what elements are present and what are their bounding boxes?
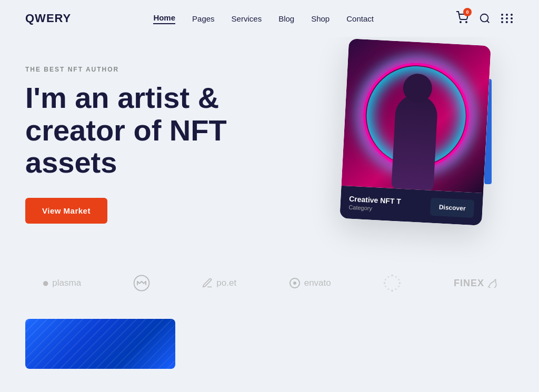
svg-point-16 — [388, 276, 390, 278]
svg-point-11 — [392, 290, 394, 292]
svg-point-14 — [384, 282, 386, 284]
svg-point-7 — [398, 279, 400, 280]
hero-subtitle: THE BEST NFT AUTHOR — [25, 66, 299, 73]
nav-blog[interactable]: Blog — [278, 14, 294, 23]
hero-text: THE BEST NFT AUTHOR I'm an artist &creat… — [25, 66, 299, 224]
envato-icon — [288, 277, 301, 289]
iota-icon — [383, 274, 402, 293]
blue-image-lines — [25, 319, 175, 369]
main-nav: Home Pages Services Blog Shop Contact — [153, 13, 374, 24]
grid-menu-icon — [501, 14, 514, 23]
logos-section: ● plasma po.et envato — [0, 263, 539, 308]
envato-label: envato — [304, 278, 331, 288]
nav-shop[interactable]: Shop — [311, 14, 330, 23]
nft-card-category: Category — [348, 204, 401, 213]
nav-pages[interactable]: Pages — [192, 14, 215, 23]
svg-point-6 — [395, 276, 397, 278]
svg-point-0 — [460, 22, 461, 23]
svg-point-8 — [399, 282, 401, 284]
cart-button[interactable]: 0 — [456, 11, 468, 26]
nft-card-details: Creative NFT T Category — [348, 195, 401, 213]
svg-point-15 — [385, 279, 386, 280]
view-market-button[interactable]: View Market — [25, 198, 107, 224]
search-icon — [479, 13, 491, 24]
logo-iota — [383, 274, 402, 293]
menu-button[interactable] — [501, 14, 514, 23]
figure-head — [402, 73, 433, 104]
nft-card: Creative NFT T Category Discover — [340, 38, 491, 226]
discover-button[interactable]: Discover — [430, 198, 474, 218]
svg-point-10 — [395, 288, 397, 290]
finex-leaf-icon — [487, 278, 497, 288]
logo-plasma: ● plasma — [42, 276, 81, 290]
plasma-label: plasma — [52, 278, 81, 288]
header-actions: 0 — [456, 11, 514, 26]
svg-point-1 — [466, 22, 467, 23]
svg-point-2 — [481, 14, 488, 22]
nav-home[interactable]: Home — [153, 13, 175, 24]
logo-envato: envato — [288, 277, 331, 289]
nft-card-image — [341, 38, 491, 193]
svg-point-3 — [134, 276, 149, 291]
hero-title: I'm an artist &creator of NFTassets — [25, 82, 299, 179]
search-button[interactable] — [479, 13, 491, 24]
svg-point-5 — [392, 275, 394, 277]
nft-figure — [370, 72, 460, 192]
nft-card-wrapper: Creative NFT T Category Discover — [344, 42, 486, 222]
logo: QWERY — [25, 12, 71, 25]
poet-label: po.et — [216, 278, 236, 288]
coinmarketcap-icon — [133, 275, 150, 292]
figure-body — [391, 94, 438, 190]
cart-badge: 0 — [463, 8, 472, 16]
svg-point-9 — [398, 286, 400, 287]
logo-coinmarketcap — [133, 275, 150, 292]
svg-point-4 — [293, 282, 296, 285]
blue-image — [25, 319, 175, 369]
nav-contact[interactable]: Contact — [346, 14, 374, 23]
nav-services[interactable]: Services — [232, 14, 262, 23]
logo-poet: po.et — [202, 277, 236, 289]
bottom-section — [0, 308, 539, 369]
svg-point-13 — [385, 286, 386, 287]
logo-finex: FINEX — [454, 278, 497, 289]
plasma-icon: ● — [42, 276, 49, 290]
hero-section: THE BEST NFT AUTHOR I'm an artist &creat… — [0, 37, 539, 263]
header: QWERY Home Pages Services Blog Shop Cont… — [0, 0, 539, 37]
svg-point-12 — [388, 288, 390, 290]
poet-icon — [202, 277, 213, 289]
finex-label: FINEX — [454, 278, 484, 289]
